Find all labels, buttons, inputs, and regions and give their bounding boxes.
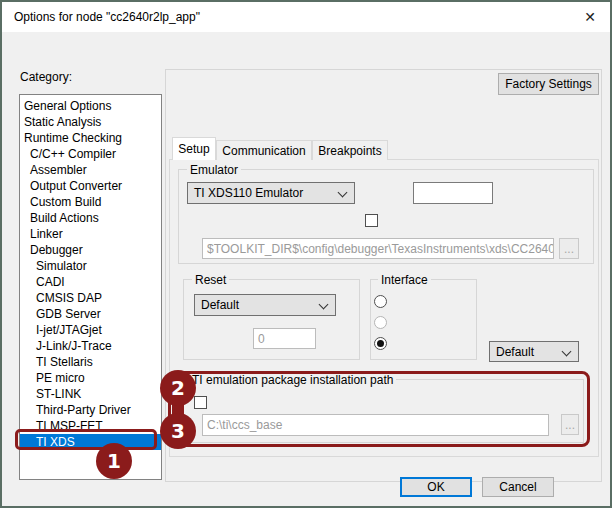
category-item[interactable]: PE micro bbox=[20, 370, 161, 386]
category-item[interactable]: TI Stellaris bbox=[20, 354, 161, 370]
title-bar: Options for node "cc2640r2lp_app" ✕ bbox=[2, 2, 610, 32]
reset-group-label: Reset bbox=[192, 273, 229, 287]
category-item[interactable]: Output Converter bbox=[20, 178, 161, 194]
tab-setup[interactable]: Setup bbox=[172, 137, 216, 160]
board-file-browse-button[interactable]: ... bbox=[559, 238, 579, 259]
category-item[interactable]: Runtime Checking bbox=[20, 130, 161, 146]
category-item-ti-xds[interactable]: TI XDS bbox=[20, 434, 161, 450]
factory-settings-button[interactable]: Factory Settings bbox=[498, 73, 599, 95]
category-item[interactable]: GDB Server bbox=[20, 306, 161, 322]
jtag-swd-speed-value: Default bbox=[496, 345, 534, 359]
reset-dropdown-value: Default bbox=[201, 298, 239, 312]
category-item[interactable]: Build Actions bbox=[20, 210, 161, 226]
interface-group-label: Interface bbox=[378, 273, 431, 287]
category-item[interactable]: General Options bbox=[20, 98, 161, 114]
category-item[interactable]: Linker bbox=[20, 226, 161, 242]
category-item[interactable]: C/C++ Compiler bbox=[20, 146, 161, 162]
dialog-title: Options for node "cc2640r2lp_app" bbox=[14, 2, 200, 32]
jtag-swd-speed-dropdown[interactable]: Default bbox=[489, 341, 579, 362]
install-path-browse-button[interactable]: ... bbox=[561, 414, 579, 435]
emulator-dropdown-value: TI XDS110 Emulator bbox=[194, 186, 303, 200]
tab-communication[interactable]: Communication bbox=[216, 140, 312, 160]
serial-no-input[interactable] bbox=[413, 182, 493, 204]
override-default-checkbox[interactable] bbox=[194, 396, 207, 409]
install-path-input[interactable]: C:\ti\ccs_base bbox=[202, 414, 549, 436]
cjtag-radio[interactable] bbox=[374, 337, 387, 350]
emulator-dropdown[interactable]: TI XDS110 Emulator bbox=[187, 182, 355, 204]
delay-after-input[interactable]: 0 bbox=[253, 328, 316, 349]
category-item[interactable]: Debugger bbox=[20, 242, 161, 258]
category-item[interactable]: CADI bbox=[20, 274, 161, 290]
reset-dropdown[interactable]: Default bbox=[194, 294, 336, 316]
tab-breakpoints[interactable]: Breakpoints bbox=[312, 140, 388, 160]
chevron-down-icon bbox=[319, 300, 329, 310]
category-item[interactable]: Custom Build bbox=[20, 194, 161, 210]
category-item[interactable]: Simulator bbox=[20, 258, 161, 274]
category-item[interactable]: Assembler bbox=[20, 162, 161, 178]
ti-emulation-group-label: TI emulation package installation path bbox=[189, 373, 396, 387]
close-icon[interactable]: ✕ bbox=[574, 2, 606, 32]
board-file-input[interactable]: $TOOLKIT_DIR$\config\debugger\TexasInstr… bbox=[202, 238, 554, 259]
category-item[interactable]: Third-Party Driver bbox=[20, 402, 161, 418]
swd-radio[interactable] bbox=[374, 316, 387, 329]
always-prompt-checkbox[interactable] bbox=[365, 214, 378, 227]
category-label: Category: bbox=[20, 70, 72, 84]
jtag-radio[interactable] bbox=[374, 295, 387, 308]
annotation-circle-3: 3 bbox=[160, 413, 196, 449]
category-item[interactable]: CMSIS DAP bbox=[20, 290, 161, 306]
category-item[interactable]: J-Link/J-Trace bbox=[20, 338, 161, 354]
category-item[interactable]: TI MSP-FET bbox=[20, 418, 161, 434]
chevron-down-icon bbox=[338, 188, 348, 198]
annotation-circle-1: 1 bbox=[96, 443, 132, 479]
emulator-group-label: Emulator bbox=[187, 163, 241, 177]
chevron-down-icon bbox=[562, 347, 572, 357]
category-listbox: General Options Static Analysis Runtime … bbox=[19, 94, 162, 480]
category-item[interactable]: I-jet/JTAGjet bbox=[20, 322, 161, 338]
category-item[interactable]: ST-LINK bbox=[20, 386, 161, 402]
annotation-circle-2: 2 bbox=[160, 370, 196, 406]
cancel-button[interactable]: Cancel bbox=[482, 477, 554, 497]
category-item[interactable]: Static Analysis bbox=[20, 114, 161, 130]
ok-button[interactable]: OK bbox=[400, 477, 472, 497]
options-dialog: Options for node "cc2640r2lp_app" ✕ Cate… bbox=[0, 0, 612, 508]
